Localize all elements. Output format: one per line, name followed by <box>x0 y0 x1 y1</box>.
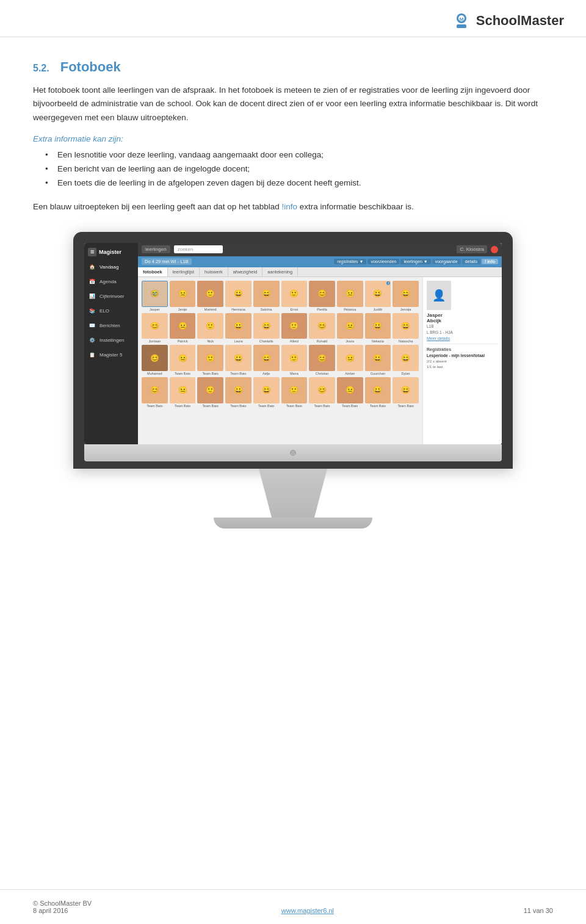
photo-cell-38[interactable]: 😀Team Bato <box>365 377 391 408</box>
section-heading: 5.2. Fotoboek <box>33 59 553 75</box>
photo-cell-36[interactable]: 😊Team Bato <box>309 377 335 408</box>
photo-cell-8[interactable]: 😀!Judith <box>365 281 391 311</box>
photo-cell-4[interactable]: 😄Sabrina <box>253 281 280 311</box>
closing-text-before: Een blauw uitroepteken bij een leerling … <box>33 202 282 211</box>
section-title: Fotoboek <box>60 59 121 75</box>
photo-cell-35[interactable]: 🙂Team Bato <box>281 377 308 408</box>
sidebar-item-instellingen[interactable]: ⚙️ Instellingen <box>84 333 138 348</box>
photo-name-18: Nekezia <box>365 339 391 343</box>
photo-cell-29[interactable]: 😄Dylan <box>392 345 419 375</box>
photo-cell-21[interactable]: 😐Team Bato <box>170 345 196 375</box>
imac-screen-outer: ☰ Magister 🏠 Vandaag 📅 Agenda <box>73 232 513 469</box>
imac-stand-top <box>250 469 336 518</box>
gear-icon: ⚙️ <box>88 336 96 345</box>
photo-name-5: Ernst <box>281 308 308 311</box>
photo-name-39: Team Bato <box>392 404 419 408</box>
photo-cell-20[interactable]: 😊Muhamed <box>142 345 168 375</box>
photo-cell-30[interactable]: 😊Team Bato <box>142 377 168 408</box>
photo-cell-13[interactable]: 😀Laura <box>225 313 251 344</box>
sidebar-item-agenda[interactable]: 📅 Agenda <box>84 275 138 289</box>
photo-cell-39[interactable]: 😄Team Bato <box>392 377 419 408</box>
footer-url-link[interactable]: www.magister6.nl <box>281 907 334 914</box>
photo-cell-11[interactable]: 😐Patrick <box>170 313 196 344</box>
svg-text:M: M <box>459 16 463 22</box>
photo-cell-32[interactable]: 🙂Team Bato <box>197 377 223 408</box>
bullet-item-1: Een lesnotitie voor deze leerling, vanda… <box>45 148 553 162</box>
photo-name-23: Team Bato <box>225 372 251 375</box>
footer-center: www.magister6.nl <box>281 907 334 914</box>
photo-cell-18[interactable]: 😀Nekezia <box>365 313 391 344</box>
panel-divider <box>427 344 498 344</box>
photo-cell-37[interactable]: 😐Team Bato <box>337 377 363 408</box>
photo-cell-17[interactable]: 😐Juura <box>337 313 363 344</box>
photo-cell-25[interactable]: 🙂Mana <box>281 345 308 375</box>
tab-huiswerk[interactable]: huiswerk <box>200 267 228 276</box>
bullet-item-2: Een bericht van de leerling aan de ingel… <box>45 162 553 176</box>
extra-info-heading: Extra informatie kan zijn: <box>33 134 553 143</box>
tab-details[interactable]: details <box>462 259 480 264</box>
page-footer: © SchoolMaster BV 8 april 2016 www.magis… <box>0 889 586 924</box>
user-info: C. Kloostra <box>457 245 487 253</box>
user-name: C. Kloostra <box>460 247 484 252</box>
panel-reg-line1: 2/2 x absent <box>427 359 498 364</box>
photo-name-4: Sabrina <box>253 308 280 311</box>
brand-name: SchoolMaster <box>476 13 564 29</box>
photo-cell-10[interactable]: 😊Jurriaan <box>142 313 168 344</box>
photo-cell-6[interactable]: 😊Penilla <box>309 281 335 311</box>
photo-cell-9[interactable]: 😄Jenntje <box>392 281 419 311</box>
photo-cell-14[interactable]: 😄Chantalis <box>253 313 280 344</box>
photo-name-11: Patrick <box>170 339 196 343</box>
voorzieenden-button[interactable]: voorzieenden <box>367 259 399 264</box>
photo-cell-12[interactable]: 🙂Nick <box>197 313 223 344</box>
tab-fotoboek[interactable]: fotoboek <box>138 267 168 276</box>
photo-cell-31[interactable]: 😐Team Bato <box>170 377 196 408</box>
photo-cell-16[interactable]: 😊Ronald <box>309 313 335 344</box>
photo-grid: 😊✓Jasper😐Jentje🙂Mariend😀Hermana😄Sabrina🙂… <box>142 281 419 408</box>
photo-cell-7[interactable]: 😐Petanca <box>337 281 363 311</box>
leerlingen-button[interactable]: leerlingen ▼ <box>400 259 430 264</box>
sidebar-item-berichten[interactable]: ✉️ Berichten <box>84 319 138 333</box>
sidebar-item-elo[interactable]: 📚 ELO <box>84 304 138 319</box>
footer-copyright: © SchoolMaster BV <box>33 900 92 907</box>
app-tabs: fotoboek leerlingtijst huiswerk afwezigh… <box>138 267 502 277</box>
search-bar[interactable]: zoeken <box>174 245 223 253</box>
photo-cell-22[interactable]: 🙂Team Bato <box>197 345 223 375</box>
bullet-list: Een lesnotitie voor deze leerling, vanda… <box>45 148 553 190</box>
photo-cell-33[interactable]: 😀Team Bato <box>225 377 251 408</box>
close-button[interactable] <box>491 246 498 253</box>
photo-cell-1[interactable]: 😐Jentje <box>170 281 196 311</box>
photo-cell-28[interactable]: 😀Guurchan <box>365 345 391 375</box>
sidebar-item-magister5[interactable]: 📋 Magister 5 <box>84 348 138 363</box>
info-tab-link[interactable]: !info <box>282 202 298 211</box>
sidebar-label-cijfer: Cijferinvoer <box>99 294 124 299</box>
photo-cell-34[interactable]: 😄Team Bato <box>253 377 280 408</box>
panel-meer-details-link[interactable]: Meer details <box>427 336 450 341</box>
photo-cell-15[interactable]: 🙂Allerd <box>281 313 308 344</box>
panel-student-photo: 👤 <box>427 281 451 310</box>
tab-aantekening[interactable]: aantekening <box>262 267 298 276</box>
photo-cell-26[interactable]: 😊Christian <box>309 345 335 375</box>
photo-name-9: Jenntje <box>392 308 419 311</box>
closing-text-after: extra informatie beschikbaar is. <box>297 202 414 211</box>
registraties-button[interactable]: registraties ▼ <box>334 259 366 264</box>
photo-cell-5[interactable]: 🙂Ernst <box>281 281 308 311</box>
photo-cell-23[interactable]: 😀Team Bato <box>225 345 251 375</box>
photo-name-8: Judith <box>365 308 391 311</box>
photo-cell-24[interactable]: 😄Aafje <box>253 345 280 375</box>
photo-name-17: Juura <box>337 339 363 343</box>
photo-cell-27[interactable]: 😐Amber <box>337 345 363 375</box>
photo-cell-19[interactable]: 😄Natascha <box>392 313 419 344</box>
tab-afwezigheid[interactable]: afwezigheid <box>228 267 263 276</box>
sidebar-item-vandaag[interactable]: 🏠 Vandaag <box>84 260 138 275</box>
photo-name-35: Team Bato <box>281 404 308 408</box>
tab-info[interactable]: ! info <box>482 259 498 264</box>
photo-cell-3[interactable]: 😀Hermana <box>225 281 251 311</box>
photo-name-37: Team Bato <box>337 404 363 408</box>
tab-voorgaande[interactable]: voorgaande <box>432 259 461 264</box>
photo-cell-2[interactable]: 🙂Mariend <box>197 281 223 311</box>
magister5-icon: 📋 <box>88 351 96 359</box>
photo-cell-0[interactable]: 😊✓Jasper <box>142 281 168 311</box>
sidebar-item-cijferinvoer[interactable]: 📊 Cijferinvoer <box>84 289 138 304</box>
tab-leerlingtijst[interactable]: leerlingtijst <box>168 267 200 276</box>
imac-screen-inner: ☰ Magister 🏠 Vandaag 📅 Agenda <box>84 243 502 444</box>
